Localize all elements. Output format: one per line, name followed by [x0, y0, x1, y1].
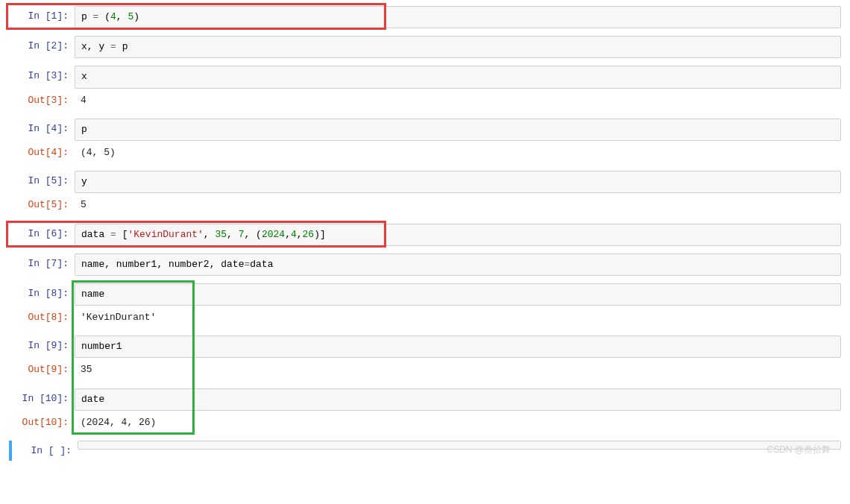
in-prompt: In [2]: — [9, 36, 75, 56]
in-prompt: In [4]: — [9, 119, 75, 139]
out-prompt: Out[8]: — [9, 307, 75, 327]
code-input[interactable]: name — [75, 283, 841, 306]
cell-9: In [9]: number1 Out[9]: 35 — [9, 336, 841, 380]
in-prompt: In [5]: — [9, 171, 75, 191]
in-prompt: In [6]: — [9, 224, 75, 244]
active-cell[interactable]: In [ ]: — [9, 441, 841, 461]
in-prompt: In [3]: — [9, 66, 75, 86]
cell-4: In [4]: p Out[4]: (4, 5) — [9, 119, 841, 163]
output: 'KevinDurant' — [75, 307, 841, 328]
out-prompt: Out[5]: — [9, 195, 75, 215]
cell-3: In [3]: x Out[3]: 4 — [9, 66, 841, 110]
code-input[interactable]: p = (4, 5) — [75, 6, 841, 28]
cell-5: In [5]: y Out[5]: 5 — [9, 171, 841, 215]
code-input[interactable]: p — [75, 119, 841, 141]
cell-7: In [7]: name, number1, number2, date=dat… — [9, 253, 841, 276]
code-input[interactable]: data = ['KevinDurant', 35, 7, (2024,4,26… — [75, 224, 841, 246]
output: 4 — [75, 90, 841, 111]
code-input[interactable]: x — [75, 66, 841, 88]
code-input[interactable]: y — [75, 171, 841, 193]
code-input[interactable] — [78, 441, 841, 450]
cell-1: In [1]: p = (4, 5) — [9, 6, 841, 28]
code-input[interactable]: number1 — [75, 336, 841, 358]
in-prompt: In [10]: — [9, 388, 75, 409]
code-input[interactable]: x, y = p — [75, 36, 841, 58]
cell-2: In [2]: x, y = p — [9, 36, 841, 58]
cell-8: In [8]: name Out[8]: 'KevinDurant' — [9, 283, 841, 328]
output: 35 — [75, 359, 841, 380]
in-prompt: In [9]: — [9, 336, 75, 356]
out-prompt: Out[4]: — [9, 142, 75, 163]
cell-6: In [6]: data = ['KevinDurant', 35, 7, (2… — [9, 224, 841, 246]
output: 5 — [75, 195, 841, 215]
in-prompt: In [1]: — [9, 6, 75, 26]
out-prompt: Out[3]: — [9, 90, 75, 110]
out-prompt: Out[10]: — [9, 412, 75, 432]
cell-10: In [10]: date Out[10]: (2024, 4, 26) — [9, 388, 841, 433]
code-input[interactable]: date — [75, 388, 841, 411]
in-prompt: In [ ]: — [18, 441, 78, 461]
output: (2024, 4, 26) — [75, 412, 841, 433]
code-input[interactable]: name, number1, number2, date=data — [75, 253, 841, 276]
in-prompt: In [7]: — [9, 253, 75, 274]
in-prompt: In [8]: — [9, 283, 75, 303]
out-prompt: Out[9]: — [9, 359, 75, 379]
output: (4, 5) — [75, 142, 841, 163]
